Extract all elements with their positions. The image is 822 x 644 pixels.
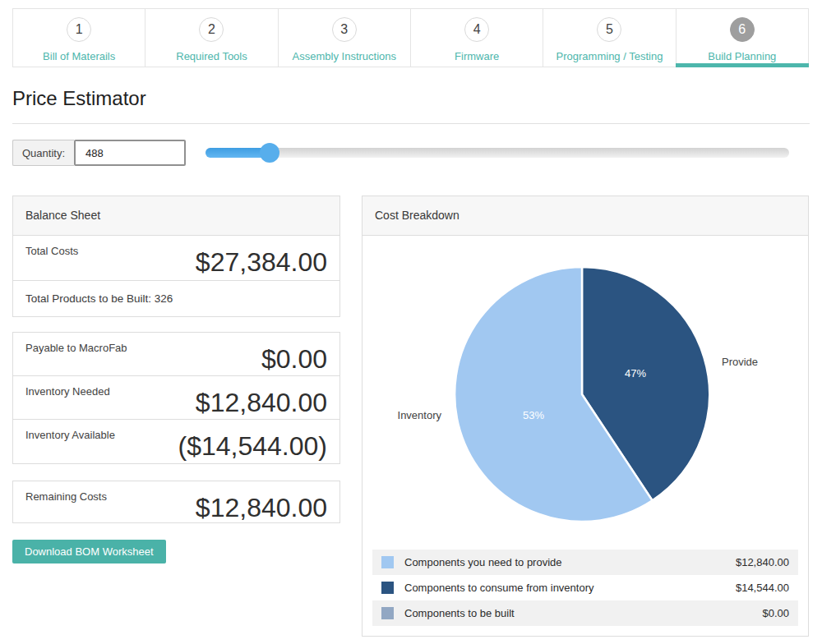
inventory-available-value: ($14,544.00) <box>178 433 327 459</box>
total-costs-label: Total Costs <box>25 245 78 257</box>
wizard-stepper: 1 Bill of Materails 2 Required Tools 3 A… <box>12 8 809 67</box>
step-label: Build Planning <box>677 51 808 62</box>
divider <box>12 123 810 124</box>
legend-swatch-consume <box>381 582 394 594</box>
step-label: Firmware <box>411 51 543 62</box>
main-content: Balance Sheet Total Costs $27,384.00 Tot… <box>12 196 809 637</box>
pie-chart-area: 47%Provide53%Inventory <box>363 236 808 550</box>
slider-handle[interactable] <box>260 143 279 163</box>
step-number-badge: 1 <box>67 17 91 42</box>
step-assembly-instructions[interactable]: 3 Assembly Instructions <box>278 8 411 67</box>
step-number-badge: 4 <box>464 17 489 42</box>
step-number-badge: 3 <box>332 17 357 42</box>
step-number-badge: 2 <box>199 17 224 42</box>
quantity-input-group: Quantity: <box>12 140 186 166</box>
step-number-badge: 6 <box>730 17 755 42</box>
pie-percent-label: 47% <box>625 367 646 380</box>
step-label: Bill of Materails <box>13 51 145 62</box>
total-costs-value: $27,384.00 <box>196 249 327 275</box>
payables-panel: Payable to MacroFab $0.00 Inventory Need… <box>12 332 340 464</box>
remaining-costs-panel: Remaining Costs $12,840.00 <box>12 481 340 523</box>
payable-value: $0.00 <box>261 346 327 372</box>
step-programming-testing[interactable]: 5 Programming / Testing <box>543 8 676 67</box>
quantity-label: Quantity: <box>12 140 74 166</box>
legend-label: Components to consume from inventory <box>404 582 736 594</box>
step-firmware[interactable]: 4 Firmware <box>410 8 543 67</box>
payable-label: Payable to MacroFab <box>25 342 127 354</box>
inventory-needed-value: $12,840.00 <box>196 389 327 416</box>
step-build-planning[interactable]: 6 Build Planning <box>676 8 809 67</box>
pie-chart[interactable]: 47%Provide53%Inventory <box>363 236 808 550</box>
pie-slice-label: Inventory <box>398 409 442 421</box>
step-required-tools[interactable]: 2 Required Tools <box>145 8 278 67</box>
chart-legend: Components you need to provide $12,840.0… <box>372 550 798 626</box>
balance-sheet-title: Balance Sheet <box>13 196 339 236</box>
legend-row-built: Components to be built $0.00 <box>372 600 798 626</box>
legend-row-consume: Components to consume from inventory $14… <box>372 575 798 600</box>
page-title: Price Estimator <box>12 87 810 110</box>
legend-swatch-provide <box>381 556 394 568</box>
legend-swatch-built <box>381 607 394 619</box>
inventory-available-row: Inventory Available ($14,544.00) <box>13 420 339 463</box>
inventory-available-label: Inventory Available <box>25 429 115 441</box>
balance-sheet-panel: Balance Sheet Total Costs $27,384.00 Tot… <box>12 196 340 317</box>
legend-row-provide: Components you need to provide $12,840.0… <box>372 550 798 575</box>
slider-fill <box>206 148 267 158</box>
remaining-costs-row: Remaining Costs $12,840.00 <box>13 481 339 522</box>
total-products-row: Total Products to be Built: 326 <box>13 281 339 316</box>
pie-slice-label: Provide <box>722 356 758 368</box>
cost-breakdown-panel: Cost Breakdown 47%Provide53%Inventory Co… <box>362 196 809 637</box>
remaining-costs-label: Remaining Costs <box>25 490 107 503</box>
quantity-row: Quantity: <box>12 140 810 166</box>
legend-label: Components to be built <box>404 607 762 619</box>
inventory-needed-label: Inventory Needed <box>25 385 110 398</box>
legend-label: Components you need to provide <box>404 556 736 568</box>
step-number-badge: 5 <box>597 17 621 42</box>
quantity-input[interactable] <box>74 140 186 166</box>
download-bom-button[interactable]: Download BOM Worksheet <box>12 540 166 564</box>
legend-value: $14,544.00 <box>736 582 789 594</box>
balance-sheet-column: Balance Sheet Total Costs $27,384.00 Tot… <box>12 196 340 637</box>
step-bill-of-materials[interactable]: 1 Bill of Materails <box>12 8 145 67</box>
legend-value: $12,840.00 <box>736 556 789 568</box>
cost-breakdown-column: Cost Breakdown 47%Provide53%Inventory Co… <box>362 196 809 637</box>
slider-track[interactable] <box>206 148 789 158</box>
step-label: Programming / Testing <box>543 51 675 62</box>
quantity-slider[interactable] <box>206 143 810 163</box>
pie-percent-label: 53% <box>523 409 544 421</box>
inventory-needed-row: Inventory Needed $12,840.00 <box>13 376 339 420</box>
step-label: Required Tools <box>145 51 277 62</box>
step-label: Assembly Instructions <box>279 51 410 62</box>
cost-breakdown-title: Cost Breakdown <box>363 196 808 236</box>
payable-row: Payable to MacroFab $0.00 <box>13 333 339 376</box>
total-costs-row: Total Costs $27,384.00 <box>13 236 339 281</box>
legend-value: $0.00 <box>762 607 789 619</box>
remaining-costs-value: $12,840.00 <box>196 494 327 521</box>
